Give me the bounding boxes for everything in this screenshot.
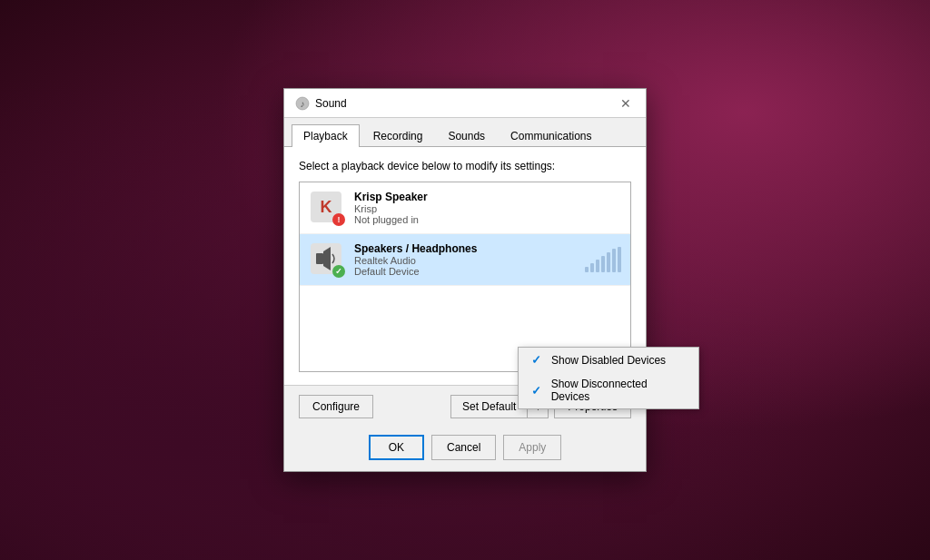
sound-dialog: ♪ Sound ✕ Playback Recording Sounds Comm… xyxy=(283,88,647,472)
speakers-status: Default Device xyxy=(354,266,576,277)
dialog-window: ♪ Sound ✕ Playback Recording Sounds Comm… xyxy=(283,88,647,472)
krisp-info: Krisp Speaker Krisp Not plugged in xyxy=(354,191,621,225)
title-bar-left: ♪ Sound xyxy=(295,96,347,111)
svg-rect-5 xyxy=(316,253,323,264)
set-default-button[interactable]: Set Default xyxy=(451,396,527,418)
bar-1 xyxy=(585,267,589,272)
close-button[interactable]: ✕ xyxy=(617,94,635,113)
speakers-status-badge: ✓ xyxy=(332,265,345,278)
device-item-krisp[interactable]: K ! Krisp Speaker Krisp Not plugged in xyxy=(300,182,630,234)
context-menu-item-disabled[interactable]: ✓ Show Disabled Devices xyxy=(519,348,698,372)
svg-text:K: K xyxy=(321,198,332,216)
device-item-speakers[interactable]: ✓ Speakers / Headphones Realtek Audio De… xyxy=(300,234,630,286)
configure-button[interactable]: Configure xyxy=(299,395,373,418)
bar-6 xyxy=(612,249,616,272)
cancel-button[interactable]: Cancel xyxy=(431,435,496,460)
krisp-status: Not plugged in xyxy=(354,214,621,225)
device-icon-speakers: ✓ xyxy=(309,241,345,278)
apply-button[interactable]: Apply xyxy=(503,435,561,460)
bar-4 xyxy=(601,256,605,272)
check-disabled-icon: ✓ xyxy=(531,353,544,367)
device-icon-krisp: K ! xyxy=(309,190,345,226)
tab-communications[interactable]: Communications xyxy=(499,124,603,147)
krisp-status-badge: ! xyxy=(332,213,345,226)
dialog-title: Sound xyxy=(315,97,347,110)
krisp-driver: Krisp xyxy=(354,203,621,214)
svg-text:♪: ♪ xyxy=(301,99,305,109)
context-menu-item-disconnected[interactable]: ✓ Show Disconnected Devices xyxy=(519,372,698,408)
instruction-text: Select a playback device below to modify… xyxy=(299,160,631,172)
tab-playback[interactable]: Playback xyxy=(292,124,360,147)
check-disconnected-icon: ✓ xyxy=(531,384,544,398)
context-menu: ✓ Show Disabled Devices ✓ Show Disconnec… xyxy=(518,347,699,409)
title-bar: ♪ Sound ✕ xyxy=(284,89,646,118)
context-menu-label-disabled: Show Disabled Devices xyxy=(551,354,666,367)
speakers-info: Speakers / Headphones Realtek Audio Defa… xyxy=(354,242,576,277)
sound-icon: ♪ xyxy=(295,96,310,111)
bar-7 xyxy=(618,247,621,272)
bar-3 xyxy=(596,260,599,272)
level-bars xyxy=(585,247,621,272)
context-menu-label-disconnected: Show Disconnected Devices xyxy=(551,378,686,403)
bar-5 xyxy=(607,252,610,272)
tab-recording[interactable]: Recording xyxy=(361,124,435,147)
speakers-driver: Realtek Audio xyxy=(354,255,576,266)
bar-2 xyxy=(590,263,594,272)
dialog-actions: OK Cancel Apply xyxy=(284,427,646,471)
krisp-name: Krisp Speaker xyxy=(354,191,621,203)
tabs-bar: Playback Recording Sounds Communications xyxy=(284,118,646,147)
speakers-name: Speakers / Headphones xyxy=(354,242,576,255)
ok-button[interactable]: OK xyxy=(369,435,424,460)
tab-sounds[interactable]: Sounds xyxy=(436,124,497,147)
devices-list[interactable]: K ! Krisp Speaker Krisp Not plugged in xyxy=(299,182,631,372)
